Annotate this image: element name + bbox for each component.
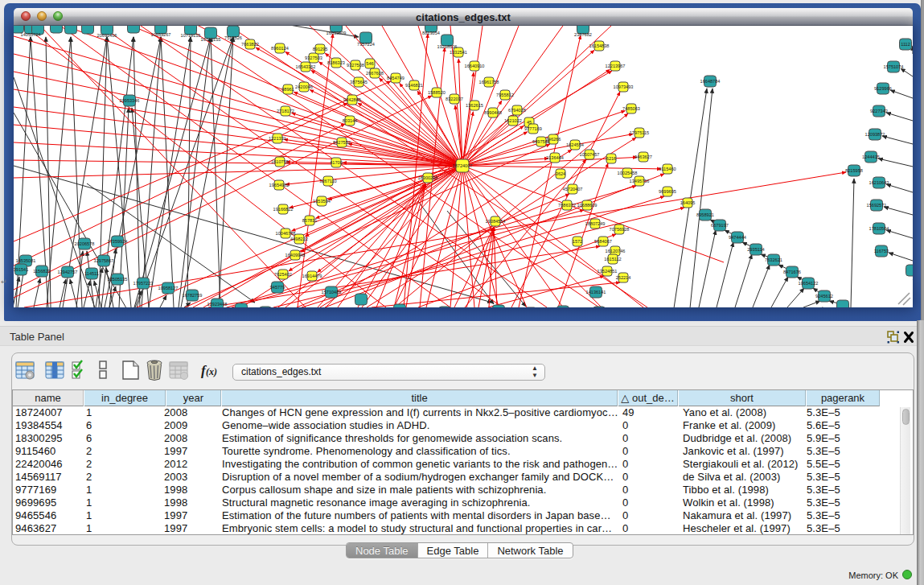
svg-text:1156829: 1156829 bbox=[33, 269, 50, 274]
svg-text:15692571: 15692571 bbox=[867, 203, 887, 208]
svg-text:10046788: 10046788 bbox=[276, 231, 296, 236]
svg-text:12093872: 12093872 bbox=[865, 132, 885, 137]
svg-text:546: 546 bbox=[366, 61, 373, 66]
svg-text:10719155: 10719155 bbox=[181, 33, 201, 38]
svg-text:1615112: 1615112 bbox=[604, 257, 621, 262]
svg-text:9245612: 9245612 bbox=[815, 294, 833, 299]
svg-text:41700: 41700 bbox=[330, 160, 343, 165]
svg-text:9699695: 9699695 bbox=[659, 189, 676, 194]
svg-text:8960124: 8960124 bbox=[271, 46, 289, 51]
svg-text:9474444: 9474444 bbox=[729, 235, 746, 240]
svg-text:7886372: 7886372 bbox=[558, 203, 576, 208]
svg-text:9327503: 9327503 bbox=[305, 56, 322, 60]
svg-text:8186323: 8186323 bbox=[327, 60, 345, 65]
svg-text:9115460: 9115460 bbox=[659, 167, 676, 171]
svg-text:10654122: 10654122 bbox=[799, 281, 819, 286]
svg-text:16409948: 16409948 bbox=[285, 253, 306, 257]
svg-text:6679197: 6679197 bbox=[711, 223, 729, 228]
svg-text:16154838: 16154838 bbox=[589, 43, 610, 48]
svg-text:16120746: 16120746 bbox=[606, 249, 626, 253]
svg-text:70756928: 70756928 bbox=[610, 227, 630, 232]
svg-text:8990448: 8990448 bbox=[484, 110, 502, 115]
svg-text:3624: 3624 bbox=[556, 171, 565, 176]
svg-text:2935114: 2935114 bbox=[747, 247, 764, 252]
svg-text:3267110: 3267110 bbox=[319, 179, 336, 183]
svg-text:10973493: 10973493 bbox=[614, 84, 634, 89]
svg-text:32975867: 32975867 bbox=[94, 258, 114, 263]
svg-text:1221331: 1221331 bbox=[269, 136, 286, 141]
svg-text:20691406: 20691406 bbox=[97, 33, 117, 38]
svg-text:1112: 1112 bbox=[901, 42, 910, 47]
svg-text:1244415: 1244415 bbox=[862, 154, 880, 159]
svg-text:15751074: 15751074 bbox=[884, 64, 904, 69]
svg-text:1624554: 1624554 bbox=[566, 142, 584, 147]
svg-text:19384554: 19384554 bbox=[486, 219, 506, 224]
svg-text:19218506: 19218506 bbox=[437, 44, 458, 49]
svg-text:12505135: 12505135 bbox=[108, 277, 128, 282]
svg-text:3875645: 3875645 bbox=[350, 80, 368, 84]
svg-text:16648784: 16648784 bbox=[700, 79, 721, 84]
svg-text:8813054: 8813054 bbox=[422, 31, 440, 35]
svg-text:1621022: 1621022 bbox=[504, 118, 522, 123]
svg-text:9129966: 9129966 bbox=[874, 86, 892, 91]
svg-text:12923448: 12923448 bbox=[207, 302, 228, 307]
svg-text:2136444: 2136444 bbox=[546, 155, 564, 160]
svg-text:20206578: 20206578 bbox=[75, 241, 95, 246]
svg-text:2718172: 2718172 bbox=[277, 109, 294, 113]
svg-text:7632621: 7632621 bbox=[765, 257, 782, 262]
svg-text:16713155: 16713155 bbox=[201, 37, 221, 42]
svg-text:8454749: 8454749 bbox=[387, 76, 405, 80]
svg-text:10507457: 10507457 bbox=[580, 152, 600, 157]
svg-text:746266: 746266 bbox=[546, 137, 561, 142]
svg-text:18300295: 18300295 bbox=[418, 175, 438, 180]
svg-text:7515526: 7515526 bbox=[224, 35, 242, 40]
svg-text:10688609: 10688609 bbox=[577, 203, 598, 208]
svg-text:16210643: 16210643 bbox=[869, 180, 889, 185]
svg-text:7663822: 7663822 bbox=[241, 42, 259, 47]
svg-text:9242845: 9242845 bbox=[343, 97, 361, 102]
svg-text:945779: 945779 bbox=[270, 285, 285, 290]
svg-text:12213967: 12213967 bbox=[606, 64, 626, 68]
svg-text:98961: 98961 bbox=[281, 87, 294, 92]
svg-text:8471676: 8471676 bbox=[783, 270, 801, 274]
svg-text:1332541: 1332541 bbox=[450, 50, 467, 55]
svg-text:803144: 803144 bbox=[343, 118, 358, 123]
svg-text:116753: 116753 bbox=[874, 249, 889, 253]
svg-text:6794028: 6794028 bbox=[508, 108, 526, 113]
svg-text:14535081: 14535081 bbox=[16, 258, 36, 263]
svg-text:16914479: 16914479 bbox=[302, 274, 322, 278]
svg-text:9146821: 9146821 bbox=[405, 83, 423, 88]
svg-text:16782759: 16782759 bbox=[183, 293, 203, 298]
svg-text:114511: 114511 bbox=[84, 271, 99, 276]
svg-text:10653267: 10653267 bbox=[151, 32, 171, 37]
svg-text:6216: 6216 bbox=[606, 156, 616, 161]
svg-text:17359924: 17359924 bbox=[108, 239, 128, 244]
svg-text:14136141: 14136141 bbox=[586, 290, 606, 295]
svg-text:8215958: 8215958 bbox=[845, 168, 863, 173]
svg-text:1588520: 1588520 bbox=[428, 90, 446, 95]
svg-text:7955812: 7955812 bbox=[496, 93, 514, 97]
svg-text:45720407: 45720407 bbox=[563, 187, 583, 192]
svg-text:1610755: 1610755 bbox=[271, 159, 289, 164]
svg-text:13495756: 13495756 bbox=[630, 179, 650, 183]
svg-text:7625402: 7625402 bbox=[274, 272, 292, 277]
svg-text:10958127: 10958127 bbox=[158, 286, 179, 290]
svg-text:9463627: 9463627 bbox=[634, 154, 652, 159]
svg-text:15710485: 15710485 bbox=[322, 290, 342, 295]
svg-text:(x): (x) bbox=[206, 366, 217, 377]
svg-text:19166822: 19166822 bbox=[273, 207, 294, 212]
svg-text:8958921: 8958921 bbox=[696, 212, 714, 217]
svg-text:10025458: 10025458 bbox=[618, 171, 638, 175]
svg-text:2420046: 2420046 bbox=[295, 84, 313, 89]
svg-text:7357224: 7357224 bbox=[357, 42, 375, 47]
svg-text:2387682: 2387682 bbox=[574, 32, 592, 37]
svg-text:8322037: 8322037 bbox=[446, 97, 463, 101]
svg-text:16961758: 16961758 bbox=[479, 80, 499, 84]
svg-text:18724007: 18724007 bbox=[453, 163, 473, 168]
svg-text:857831: 857831 bbox=[302, 218, 318, 223]
svg-text:7485063: 7485063 bbox=[622, 106, 640, 111]
svg-text:13524851: 13524851 bbox=[598, 269, 618, 274]
svg-text:16640910: 16640910 bbox=[465, 64, 485, 68]
svg-text:1353594: 1353594 bbox=[313, 199, 331, 204]
svg-text:17810504: 17810504 bbox=[869, 226, 889, 231]
